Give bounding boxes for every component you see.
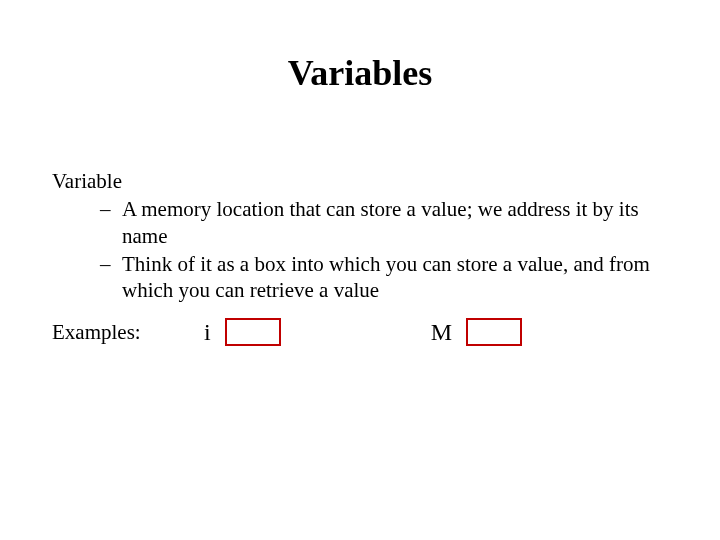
variable-example: M xyxy=(431,318,522,346)
variable-box xyxy=(466,318,522,346)
body: Variable A memory location that can stor… xyxy=(52,168,668,305)
examples-label: Examples: xyxy=(52,320,192,345)
bullet-item: A memory location that can store a value… xyxy=(100,196,668,249)
variable-box xyxy=(225,318,281,346)
variable-name: M xyxy=(431,319,452,346)
slide-title: Variables xyxy=(0,0,720,94)
bullet-item: Think of it as a box into which you can … xyxy=(100,251,668,304)
examples-row: Examples: i M xyxy=(52,318,668,346)
variable-name: i xyxy=(204,319,211,346)
bullet-list: A memory location that can store a value… xyxy=(52,196,668,303)
variable-example: i xyxy=(204,318,281,346)
term-label: Variable xyxy=(52,168,668,194)
slide: Variables Variable A memory location tha… xyxy=(0,0,720,540)
